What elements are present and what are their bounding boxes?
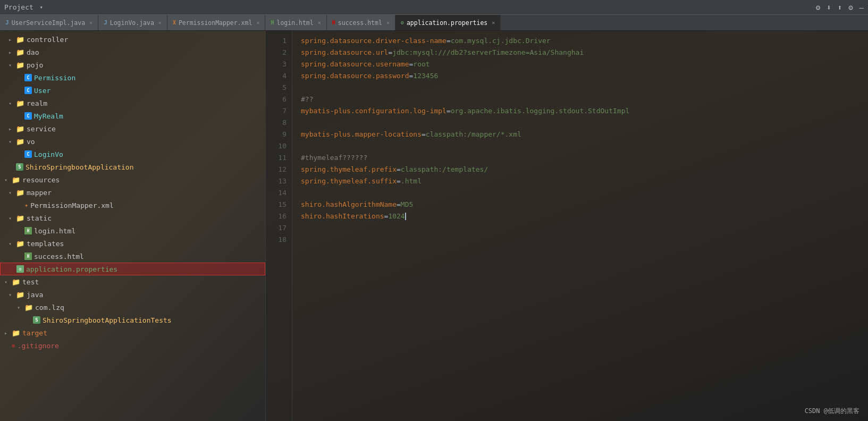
arrow-icon [9, 100, 14, 106]
tree-item-target[interactable]: 📁 target [0, 326, 265, 339]
tree-item-user[interactable]: C User [0, 84, 265, 97]
props-icon: ⚙ [16, 265, 24, 273]
tree-item-com-lzq[interactable]: 📁 com.lzq [0, 301, 265, 314]
code-key: spring.datasource.url [301, 48, 388, 56]
tab-application[interactable]: ⚙ application.properties ✕ [395, 15, 501, 30]
line-num-4: 4 [266, 70, 292, 82]
tree-label: ShiroSpringbootApplicationTests [43, 316, 172, 324]
line-num-9: 9 [266, 129, 292, 140]
arrow-icon [9, 62, 14, 68]
tree-label: service [27, 125, 56, 133]
code-content[interactable]: spring.datasource.driver-class-name=com.… [292, 31, 868, 421]
code-line-10 [301, 140, 859, 152]
folder-icon: 📁 [16, 240, 24, 248]
toolbar-icon-5[interactable]: — [859, 3, 864, 12]
folder-icon: 📁 [16, 214, 24, 222]
project-label[interactable]: Project [4, 3, 33, 11]
toolbar-icon-4[interactable]: ⚙ [848, 3, 853, 12]
tab-close[interactable]: ✕ [256, 20, 259, 26]
tree-item-tests[interactable]: S ShiroSpringbootApplicationTests [0, 314, 265, 326]
tree-label: application.properties [26, 265, 117, 273]
tree-item-vo[interactable]: 📁 vo [0, 135, 265, 148]
line-num-6: 6 [266, 94, 292, 105]
line-num-7: 7 [266, 105, 292, 117]
tab-permissionmapper[interactable]: X PermissionMapper.xml ✕ [167, 15, 266, 30]
code-key: spring.datasource.password [301, 72, 409, 80]
arrow-icon [4, 279, 10, 285]
tab-bar: J UserServiceImpl.java ✕ J LoginVo.java … [0, 15, 868, 31]
tab-loginvo[interactable]: J LoginVo.java ✕ [98, 15, 167, 30]
code-line-8 [301, 117, 859, 129]
arrow-icon [4, 177, 10, 183]
tree-item-test[interactable]: 📁 test [0, 275, 265, 288]
tree-item-shirospringbootapplication[interactable]: S ShiroSpringbootApplication [0, 161, 265, 173]
tab-close[interactable]: ✕ [386, 20, 390, 26]
code-key: shiro.hashIterations [301, 212, 384, 220]
dropdown-arrow[interactable]: ▾ [40, 4, 43, 10]
html-icon: H [24, 252, 32, 260]
tree-label: success.html [34, 252, 84, 260]
arrow-icon [9, 49, 14, 55]
code-line-1: spring.datasource.driver-class-name=com.… [301, 35, 859, 47]
toolbar-icon-2[interactable]: ⬇ [827, 3, 831, 12]
code-area: 1 2 3 4 5 6 7 8 9 10 11 12 13 14 15 16 1… [266, 31, 868, 421]
tree-item-mapper[interactable]: 📁 mapper [0, 186, 265, 199]
sidebar: 📁 controller 📁 dao 📁 pojo C Permission [0, 31, 266, 421]
folder-icon: 📁 [12, 329, 20, 337]
tab-label: application.properties [407, 19, 487, 27]
tab-label: UserServiceImpl.java [12, 19, 85, 27]
spring-icon: S [33, 316, 40, 324]
tree-item-loginvo[interactable]: C LoginVo [0, 148, 265, 161]
code-line-18 [301, 234, 859, 246]
tree-item-resources[interactable]: 📁 resources [0, 173, 265, 186]
tab-close[interactable]: ✕ [492, 20, 495, 26]
tab-close[interactable]: ✕ [158, 20, 162, 26]
tree-item-test-java[interactable]: 📁 java [0, 288, 265, 301]
tree-label: controller [27, 36, 68, 44]
toolbar-icon-3[interactable]: ⬆ [838, 3, 842, 12]
tree-label: target [22, 329, 47, 337]
gitignore-icon: ⊗ [12, 342, 15, 349]
folder-icon: 📁 [16, 48, 24, 56]
line-num-17: 17 [266, 222, 292, 234]
line-num-1: 1 [266, 35, 292, 47]
code-line-5 [301, 82, 859, 94]
tree-label: mapper [27, 189, 52, 197]
code-comment: #?? [301, 95, 313, 103]
code-editor[interactable]: 1 2 3 4 5 6 7 8 9 10 11 12 13 14 15 16 1… [266, 31, 868, 421]
xml-icon: X [173, 20, 176, 26]
tree-item-pojo[interactable]: 📁 pojo [0, 58, 265, 71]
tree-item-myrealm[interactable]: C MyRealm [0, 110, 265, 122]
arrow-icon [4, 330, 10, 336]
tab-userserviceimpl[interactable]: J UserServiceImpl.java ✕ [0, 15, 98, 30]
tree-item-login-html[interactable]: H login.html [0, 224, 265, 237]
tree-label: templates [27, 240, 64, 248]
tree-item-static[interactable]: 📁 static [0, 212, 265, 224]
toolbar-icon-1[interactable]: ⚙ [816, 3, 820, 12]
line-num-12: 12 [266, 164, 292, 175]
tab-close[interactable]: ✕ [318, 20, 321, 26]
tree-item-permission[interactable]: C Permission [0, 71, 265, 84]
tree-label: LoginVo [34, 150, 63, 158]
tab-login[interactable]: H login.html ✕ [265, 15, 326, 30]
code-line-2: spring.datasource.url=jdbc:mysql:///db2?… [301, 47, 859, 58]
tree-item-realm[interactable]: 📁 realm [0, 97, 265, 110]
tree-item-gitignore[interactable]: ⊗ .gitignore [0, 339, 265, 352]
tab-success[interactable]: H success.html ✕ [327, 15, 395, 30]
tree-item-success-html[interactable]: H success.html [0, 250, 265, 263]
code-key: shiro.hashAlgorithmName [301, 200, 397, 208]
class-icon: C [24, 112, 32, 120]
tree-item-application-properties[interactable]: ⚙ application.properties [0, 263, 265, 275]
tree-item-controller[interactable]: 📁 controller [0, 33, 265, 46]
line-num-8: 8 [266, 117, 292, 129]
html-icon: H [271, 20, 274, 26]
code-comment: #thymeleaf?????? [301, 154, 367, 162]
code-line-16: shiro.hashIterations=1024 [301, 210, 859, 222]
tree-item-dao[interactable]: 📁 dao [0, 46, 265, 58]
tree-item-permissionmapper-xml[interactable]: ✦ PermissionMapper.xml [0, 199, 265, 212]
tree-item-service[interactable]: 📁 service [0, 122, 265, 135]
tree-label: static [27, 214, 52, 222]
tree-item-templates[interactable]: 📁 templates [0, 237, 265, 250]
tab-label: success.html [338, 19, 382, 27]
tab-close[interactable]: ✕ [89, 20, 92, 26]
